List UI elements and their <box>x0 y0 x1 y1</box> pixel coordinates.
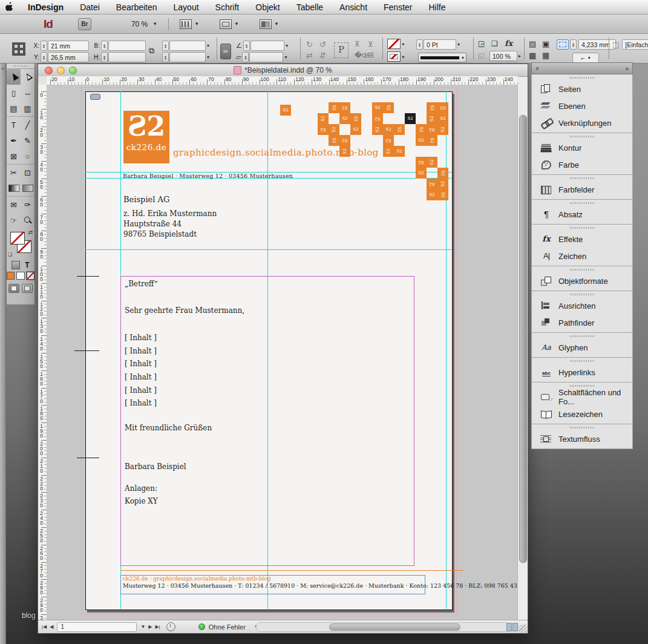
apply-gradient-button[interactable] <box>16 272 24 280</box>
stepper-icon[interactable]: ▲▼ <box>243 41 250 51</box>
center-content-button[interactable]: P <box>334 42 349 58</box>
company-logo[interactable]: S2 ck226.de <box>123 111 169 163</box>
panel-group-grip[interactable] <box>532 424 632 430</box>
panel-item-pages[interactable]: Seiten <box>532 80 632 97</box>
scissors-tool[interactable]: ✂ <box>7 165 21 180</box>
flip-vertical-icon[interactable]: ⇵ <box>319 51 326 60</box>
pencil-tool[interactable]: ✎ <box>21 133 34 148</box>
collapse-left-icon[interactable]: « <box>0 64 5 71</box>
opacity-field[interactable]: 100 % ▸ <box>489 51 521 61</box>
selection-tool[interactable] <box>7 69 21 85</box>
rotation-angle-value[interactable] <box>250 41 284 51</box>
free-transform-tool[interactable]: ⊡ <box>21 165 34 180</box>
shear-angle-field[interactable]: ▱ ▲▼ ▾ <box>236 52 287 62</box>
panel-item-glyphs[interactable]: Glyphen <box>532 339 632 356</box>
wrap-off-icon[interactable]: ▤ <box>529 39 536 48</box>
ellipse-tool[interactable]: ○ <box>21 148 34 164</box>
gap-tool[interactable]: ↔ <box>21 85 34 100</box>
note-tool[interactable]: ✉ <box>7 197 21 212</box>
corner-options-icon[interactable]: ◲ <box>478 39 485 48</box>
left-dock-collapse-strip[interactable]: « <box>0 64 6 644</box>
menu-item-schrift[interactable]: Schrift <box>215 2 240 12</box>
constrain-proportions-icon[interactable]: ⧉ <box>149 46 154 56</box>
width-field[interactable]: B: ▲▼ <box>92 41 146 51</box>
menu-item-datei[interactable]: Datei <box>80 2 100 12</box>
scale-y-value[interactable] <box>169 52 206 62</box>
stepper-icon[interactable]: ▲▼ <box>41 41 47 51</box>
drop-shadow-icon[interactable]: ❏ <box>491 39 498 48</box>
panel-group-grip[interactable] <box>532 74 632 80</box>
x-value[interactable]: 21 mm <box>48 41 89 51</box>
fill-frame-proportionally-icon[interactable]: �œ <box>355 51 369 59</box>
menu-item-indesign[interactable]: InDesign <box>28 2 64 12</box>
default-fill-stroke-icon[interactable]: ❏ <box>8 252 12 257</box>
window-resize-grip[interactable] <box>519 625 527 632</box>
fit-content-to-frame-icon[interactable]: ⊞ <box>368 51 374 59</box>
y-position-field[interactable]: Y: ▲▼ 26,5 mm <box>31 52 89 62</box>
panel-item-align[interactable]: Ausrichten <box>532 297 632 314</box>
object-style-field[interactable]: ⬚ [Einfach <box>612 39 648 50</box>
panel-item-color[interactable]: Farbe <box>532 156 632 173</box>
fit-frame-to-content-icon[interactable]: ⊻ <box>368 40 373 48</box>
zoom-level-dropdown[interactable]: 70 % ▼ <box>131 20 157 28</box>
page-menu-icon[interactable]: ▼ <box>140 624 145 629</box>
apply-none-button[interactable] <box>27 272 34 280</box>
vertical-scrollbar[interactable] <box>517 85 528 620</box>
bridge-button[interactable]: Br <box>78 18 91 30</box>
swap-fill-stroke-icon[interactable]: ⇄ <box>28 229 33 235</box>
panel-item-layers[interactable]: Ebenen <box>532 97 632 114</box>
panel-group-grip[interactable] <box>532 358 632 364</box>
rotate-ccw-icon[interactable]: ↺ <box>319 40 326 49</box>
tools-panel-grip[interactable] <box>7 64 34 69</box>
link-scale-button[interactable]: ∞ <box>220 44 231 59</box>
rotate-cw-icon[interactable]: ↻ <box>306 40 313 49</box>
panel-item-textwrap[interactable]: Textumfluss <box>532 430 632 447</box>
stroke-weight-field[interactable]: ▲▼ 0 Pt ▾ <box>416 39 460 50</box>
view-options-button[interactable]: ▼ <box>180 19 199 29</box>
panel-item-swatches[interactable]: Farbfelder <box>532 181 632 198</box>
horizontal-scrollbar-thumb[interactable] <box>329 623 460 631</box>
menu-item-layout[interactable]: Layout <box>174 2 199 12</box>
scale-x-field[interactable]: ▲▼ ▾ <box>162 41 209 51</box>
panel-group-grip[interactable] <box>532 175 632 181</box>
panel-item-buttons[interactable]: Schaltflächen und Fo... <box>532 389 632 406</box>
gradient-feather-tool[interactable] <box>21 180 34 196</box>
page-number-field[interactable]: 1 <box>57 622 137 632</box>
fill-swatch-control[interactable]: ▸ <box>387 39 405 49</box>
stroke-weight-value[interactable]: 0 Pt <box>424 39 456 50</box>
formatting-affects-text-icon[interactable]: T <box>25 261 29 269</box>
corner-shape-dropdown[interactable]: ⌐ ▾ <box>572 53 599 63</box>
eyedropper-tool[interactable]: ✑ <box>21 197 34 212</box>
hand-tool[interactable]: ☞ <box>7 212 21 228</box>
wrap-jump-icon[interactable]: ▦ <box>542 51 549 60</box>
stepper-icon[interactable]: ▲▼ <box>41 52 47 62</box>
menu-item-hilfe[interactable]: Hilfe <box>429 2 446 12</box>
corner-size-field[interactable]: ▲▼ 4,233 mm <box>557 39 616 50</box>
panel-item-effects[interactable]: Effekte <box>532 231 632 248</box>
y-value[interactable]: 26,5 mm <box>48 52 89 62</box>
panel-item-bookmarks[interactable]: Lesezeichen <box>532 406 632 422</box>
scale-y-field[interactable]: ▲▼ ▾ <box>162 52 209 62</box>
type-tool[interactable]: T <box>7 117 21 133</box>
panel-group-grip[interactable] <box>532 266 632 272</box>
panel-group-grip[interactable] <box>532 291 632 297</box>
fit-content-proportionally-icon[interactable]: ⊼ <box>355 40 360 48</box>
panel-group-grip[interactable] <box>532 333 632 339</box>
menu-item-fenster[interactable]: Fenster <box>384 2 412 12</box>
stepper-icon[interactable]: ▲▼ <box>242 52 249 62</box>
stepper-icon[interactable]: ▲▼ <box>416 39 423 50</box>
vertical-scrollbar-thumb[interactable] <box>519 115 527 563</box>
menu-item-bearbeiten[interactable]: Bearbeiten <box>116 2 157 12</box>
panel-group-grip[interactable] <box>532 200 632 206</box>
panel-group-grip[interactable] <box>532 225 632 231</box>
pen-tool[interactable]: ✒ <box>7 133 21 148</box>
menu-item-objekt[interactable]: Objekt <box>255 2 280 12</box>
opacity-icon[interactable]: ◱ <box>478 51 484 59</box>
gradient-tool[interactable] <box>7 180 21 196</box>
stepper-icon[interactable]: ▲▼ <box>101 52 108 62</box>
next-page-icon[interactable]: ▶ <box>148 624 152 629</box>
panel-item-stroke[interactable]: Kontur <box>532 139 632 156</box>
panel-item-character[interactable]: Zeichen <box>532 248 632 264</box>
last-page-icon[interactable]: ▶| <box>155 624 160 629</box>
wrap-bounding-box-icon[interactable]: ▣ <box>542 39 549 48</box>
